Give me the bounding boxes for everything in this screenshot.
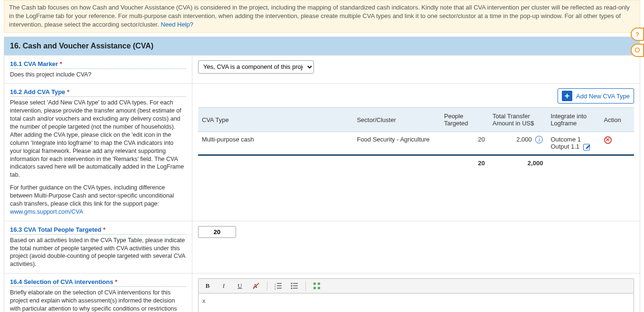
required-asterisk: * bbox=[60, 60, 62, 67]
add-new-cva-type-button[interactable]: + Add New CVA Type bbox=[558, 88, 634, 104]
col-action: Action bbox=[600, 108, 634, 132]
toolbar-separator bbox=[305, 281, 306, 291]
col-amount: Total Transfer Amount in US$ bbox=[489, 108, 547, 132]
desc-16-2b: For further guidance on the CVA types, i… bbox=[10, 184, 174, 207]
svg-rect-5 bbox=[277, 285, 282, 286]
section-title: 16. Cash and Voucher Assistance (CVA) bbox=[4, 37, 640, 55]
svg-rect-11 bbox=[293, 285, 298, 286]
svg-point-7 bbox=[291, 283, 293, 284]
svg-text:3: 3 bbox=[275, 288, 276, 290]
plus-icon: + bbox=[562, 91, 572, 101]
table-row: Multi-purpose cash Food Security - Agric… bbox=[198, 132, 634, 155]
cva-type-table: CVA Type Sector/Cluster People Targeted … bbox=[198, 107, 634, 170]
total-amount: 2,000 bbox=[489, 155, 547, 171]
question-16-1: Does this project include CVA? bbox=[10, 71, 186, 79]
support-link[interactable]: www.gms.support.com/CVA bbox=[10, 208, 83, 215]
row-selection-interventions: 16.4 Selection of CVA interventions * Br… bbox=[4, 273, 640, 312]
cell-amount: 2,000 bbox=[516, 136, 532, 143]
chat-bubble-icon[interactable] bbox=[631, 44, 644, 57]
row-total-people-targeted: 16.3 CVA Total People Targeted * Based o… bbox=[4, 221, 640, 274]
cell-people: 20 bbox=[440, 132, 489, 155]
heading-16-4: 16.4 Selection of CVA interventions bbox=[10, 278, 113, 285]
desc-16-2a: Please select 'Add New CVA type' to add … bbox=[10, 99, 186, 179]
col-sector: Sector/Cluster bbox=[353, 108, 440, 132]
cva-marker-select[interactable]: Yes, CVA is a component of this project bbox=[198, 60, 314, 74]
row-cva-marker: 16.1 CVA Marker * Does this project incl… bbox=[4, 55, 640, 84]
required-asterisk: * bbox=[115, 278, 117, 285]
edit-logframe-icon[interactable] bbox=[583, 144, 590, 151]
cell-type: Multi-purpose cash bbox=[198, 132, 353, 155]
cell-logframe: Outcome 1 Output 1.1 bbox=[550, 136, 581, 150]
total-people: 20 bbox=[440, 155, 489, 171]
info-icon[interactable]: i bbox=[535, 136, 543, 143]
cva-form: 16. Cash and Voucher Assistance (CVA) 16… bbox=[4, 37, 640, 312]
row-add-cva-type: 16.2 Add CVA Type * Please select 'Add N… bbox=[4, 83, 640, 220]
rte-toolbar: B I U A 123 bbox=[198, 278, 634, 293]
delete-row-icon[interactable]: ✕ bbox=[604, 136, 612, 144]
col-people: People Targeted bbox=[440, 108, 489, 132]
unordered-list-icon[interactable] bbox=[289, 281, 300, 291]
help-bubble-icon[interactable]: ? bbox=[631, 28, 644, 41]
heading-16-1: 16.1 CVA Marker bbox=[10, 60, 58, 67]
svg-rect-6 bbox=[277, 288, 282, 289]
desc-16-4: Briefly elaborate on the selection of CV… bbox=[10, 289, 186, 312]
underline-icon[interactable]: U bbox=[235, 281, 245, 291]
required-asterisk: * bbox=[103, 226, 105, 233]
ordered-list-icon[interactable]: 123 bbox=[273, 281, 284, 291]
rte-textarea[interactable]: x bbox=[198, 293, 634, 312]
need-help-link[interactable]: Need Help? bbox=[161, 21, 193, 28]
svg-rect-4 bbox=[277, 283, 282, 284]
svg-point-9 bbox=[291, 288, 293, 289]
add-button-label: Add New CVA Type bbox=[576, 93, 630, 100]
col-logframe: Integrate into Logframe bbox=[547, 108, 600, 132]
svg-rect-12 bbox=[293, 288, 298, 289]
bold-icon[interactable]: B bbox=[202, 281, 213, 291]
desc-16-3: Based on all activities listed in the CV… bbox=[10, 236, 186, 269]
side-help-bubbles: ? bbox=[631, 28, 644, 57]
svg-point-8 bbox=[291, 285, 293, 287]
svg-rect-15 bbox=[313, 287, 316, 289]
banner-text: The Cash tab focuses on how Cash and Vou… bbox=[9, 4, 630, 28]
svg-rect-13 bbox=[313, 283, 316, 285]
cash-tab-info-banner: The Cash tab focuses on how Cash and Vou… bbox=[4, 0, 640, 33]
svg-point-17 bbox=[635, 48, 640, 52]
svg-rect-10 bbox=[293, 283, 298, 284]
heading-16-2: 16.2 Add CVA Type bbox=[10, 88, 65, 95]
cell-sector: Food Security - Agriculture bbox=[353, 132, 440, 155]
svg-rect-14 bbox=[318, 283, 320, 285]
rich-text-editor: B I U A 123 bbox=[198, 278, 634, 312]
heading-16-3: 16.3 CVA Total People Targeted bbox=[10, 226, 101, 233]
toolbar-separator bbox=[267, 281, 267, 291]
svg-rect-16 bbox=[318, 287, 320, 289]
fullscreen-icon[interactable] bbox=[312, 281, 322, 291]
col-cva-type: CVA Type bbox=[198, 108, 353, 132]
italic-icon[interactable]: I bbox=[218, 281, 229, 291]
required-asterisk: * bbox=[67, 88, 69, 95]
total-people-input[interactable] bbox=[198, 226, 236, 238]
clear-format-icon[interactable]: A bbox=[251, 281, 261, 291]
